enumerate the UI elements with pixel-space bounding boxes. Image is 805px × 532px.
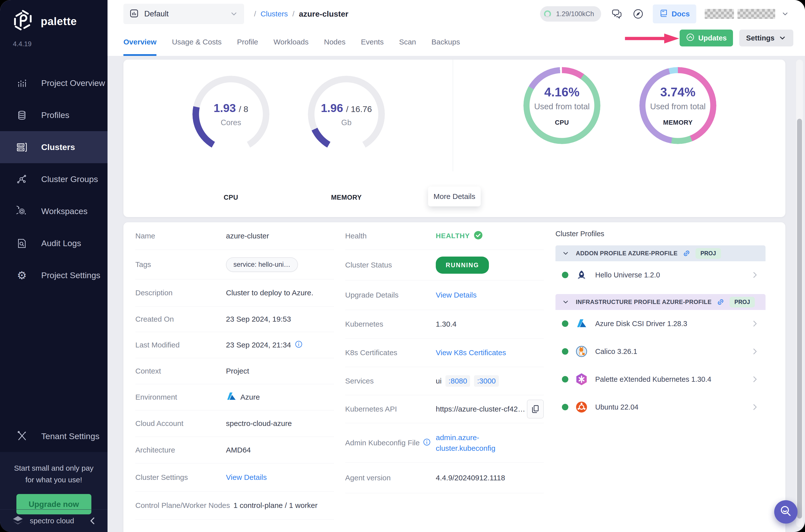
usage-quota-badge[interactable]: 1.29/100kCh	[540, 6, 601, 22]
scope-badge: PROJ	[695, 248, 721, 259]
sidebar-item-project-overview[interactable]: Project Overview	[0, 67, 108, 99]
azure-icon	[226, 391, 236, 403]
sidebar-item-label: Cluster Groups	[41, 174, 98, 184]
project-selector-dropdown[interactable]: Default	[123, 4, 244, 24]
tab-nodes[interactable]: Nodes	[324, 28, 346, 56]
sidebar-item-audit-logs[interactable]: Audit Logs	[0, 227, 108, 259]
chevron-right-icon	[751, 403, 759, 411]
service-port-link[interactable]: :3000	[474, 375, 499, 387]
orbit-icon	[15, 206, 28, 217]
usage-quota-value: 1.29/100kCh	[556, 10, 594, 18]
settings-label: Settings	[746, 34, 774, 42]
sidebar-item-profiles[interactable]: Profiles	[0, 99, 108, 131]
scrollbar-thumb[interactable]	[797, 119, 802, 518]
detail-row-tags: Tags service: hello-uni…	[135, 250, 334, 280]
detail-row-last-modified: Last Modified 23 Sep 2024, 21:34	[135, 332, 334, 358]
infrastructure-profile-header[interactable]: INFRASTRUCTURE PROFILE AZURE-PROFILE PRO…	[555, 294, 766, 310]
updates-icon	[686, 33, 695, 43]
app-window: palette 4.4.19 Project Overview	[0, 0, 805, 532]
memory-used-value: 1.96	[321, 101, 343, 115]
status-row-agent-version: Agent version 4.4.9/20240912.1118	[345, 463, 544, 493]
detail-row-cloud-account: Cloud Account spectro-cloud-azure	[135, 410, 334, 437]
profile-layer-hello-universe[interactable]: Hello Universe 1.2.0	[555, 262, 766, 288]
cpu-usage-gauge: 1.93 / 8 Cores	[192, 76, 269, 153]
info-icon[interactable]	[423, 438, 430, 448]
breadcrumb-separator: /	[254, 10, 256, 18]
palette-logo-icon	[12, 10, 34, 33]
status-dot	[562, 348, 568, 355]
breadcrumb-current-page: azure-cluster	[299, 10, 348, 19]
sidebar-item-workspaces[interactable]: Workspaces	[0, 195, 108, 227]
tab-profile[interactable]: Profile	[237, 28, 258, 56]
updates-button[interactable]: Updates	[679, 30, 733, 46]
more-details-button[interactable]: More Details	[428, 187, 481, 206]
status-row-services: Services ui :8080 :3000	[345, 367, 544, 395]
search-smile-icon	[779, 505, 792, 519]
tab-backups[interactable]: Backups	[432, 28, 460, 56]
profile-layer-ubuntu[interactable]: Ubuntu 22.04	[555, 394, 766, 420]
sidebar: palette 4.4.19 Project Overview	[0, 0, 108, 532]
running-status-badge: RUNNING	[436, 256, 489, 274]
brand-name: palette	[41, 15, 77, 27]
kubernetes-api-url: https://azure-cluster-cf42…	[436, 405, 525, 413]
detail-row-cluster-settings: Cluster Settings View Details	[135, 463, 334, 492]
spectro-cloud-logo-icon	[12, 514, 24, 528]
addon-profile-header[interactable]: ADDON PROFILE AZURE-PROFILE PROJ	[555, 245, 766, 261]
chevron-down-icon	[562, 250, 569, 257]
profile-layer-pxk[interactable]: Palette eXtended Kubernetes 1.30.4	[555, 366, 766, 393]
sidebar-footer: spectro cloud	[0, 509, 108, 532]
sidebar-item-clusters[interactable]: Clusters	[0, 131, 108, 163]
link-icon[interactable]	[716, 298, 725, 306]
tab-usage-costs[interactable]: Usage & Costs	[172, 28, 222, 56]
kubeconfig-download-link[interactable]: admin.azure-cluster.kubeconfig	[436, 432, 521, 454]
status-row-cluster-status: Cluster Status RUNNING	[345, 250, 544, 280]
link-icon[interactable]	[683, 249, 691, 257]
tab-events[interactable]: Events	[361, 28, 384, 56]
tab-overview[interactable]: Overview	[123, 28, 156, 56]
settings-button[interactable]: Settings	[739, 30, 793, 46]
info-icon[interactable]	[295, 341, 303, 350]
check-circle-icon	[474, 231, 483, 242]
profile-layer-azure-csi[interactable]: Azure Disk CSI Driver 1.28.3	[555, 310, 766, 337]
cpu-total-donut: 4.16% Used from total CPU	[523, 67, 600, 144]
sidebar-item-tenant-settings[interactable]: Tenant Settings	[0, 420, 108, 452]
cluster-profiles-title: Cluster Profiles	[555, 230, 766, 238]
card-divider	[453, 60, 453, 171]
chevron-right-icon	[751, 347, 759, 356]
chevron-down-icon	[562, 298, 569, 306]
infrastructure-profile-name: INFRASTRUCTURE PROFILE AZURE-PROFILE	[576, 299, 712, 305]
search-assistant-button[interactable]	[774, 500, 798, 524]
sidebar-collapse-button[interactable]	[88, 516, 98, 526]
compass-icon[interactable]	[632, 8, 644, 20]
copy-icon[interactable]	[527, 400, 544, 418]
chat-icon[interactable]	[611, 8, 622, 20]
upgrade-view-details-link[interactable]: View Details	[436, 291, 477, 299]
rocket-icon	[576, 270, 587, 280]
view-k8s-certificates-link[interactable]: View K8s Certificates	[436, 348, 506, 357]
project-selector-value: Default	[144, 10, 169, 18]
profile-layer-calico[interactable]: Calico 3.26.1	[555, 338, 766, 365]
sidebar-item-cluster-groups[interactable]: Cluster Groups	[0, 163, 108, 195]
memory-total-donut: 3.74% Used from total MEMORY	[639, 67, 716, 144]
docs-button[interactable]: Docs	[653, 4, 696, 23]
tab-workloads[interactable]: Workloads	[274, 28, 309, 56]
server-icon	[15, 141, 28, 153]
status-dot	[562, 376, 568, 382]
service-port-link[interactable]: :8080	[445, 375, 470, 387]
breadcrumb-clusters-link[interactable]: Clusters	[261, 10, 288, 18]
status-column: Health HEALTHY Cluster Status RUNNING Up…	[345, 222, 544, 493]
cpu-donut-label: CPU	[555, 119, 569, 127]
tag-chip: service: hello-uni…	[226, 257, 298, 272]
status-row-k8s-certificates: K8s Certificates View K8s Certificates	[345, 339, 544, 367]
status-dot	[562, 272, 568, 278]
account-menu[interactable]	[705, 9, 789, 19]
profile-layer-name: Hello Universe 1.2.0	[595, 271, 660, 279]
top-bar: Default / Clusters / azure-cluster 1.29/…	[108, 0, 805, 28]
cpu-donut-caption: Used from total	[534, 102, 590, 111]
detail-row-control-plane: Control Plane/Worker Nodes 1 control-pla…	[135, 492, 334, 519]
cpu-used-value: 1.93	[213, 101, 236, 115]
sidebar-menu: Project Overview Profiles	[0, 67, 108, 291]
sidebar-item-project-settings[interactable]: ⚙ Project Settings	[0, 259, 108, 291]
cluster-settings-view-details-link[interactable]: View Details	[226, 473, 267, 481]
tab-scan[interactable]: Scan	[399, 28, 416, 56]
